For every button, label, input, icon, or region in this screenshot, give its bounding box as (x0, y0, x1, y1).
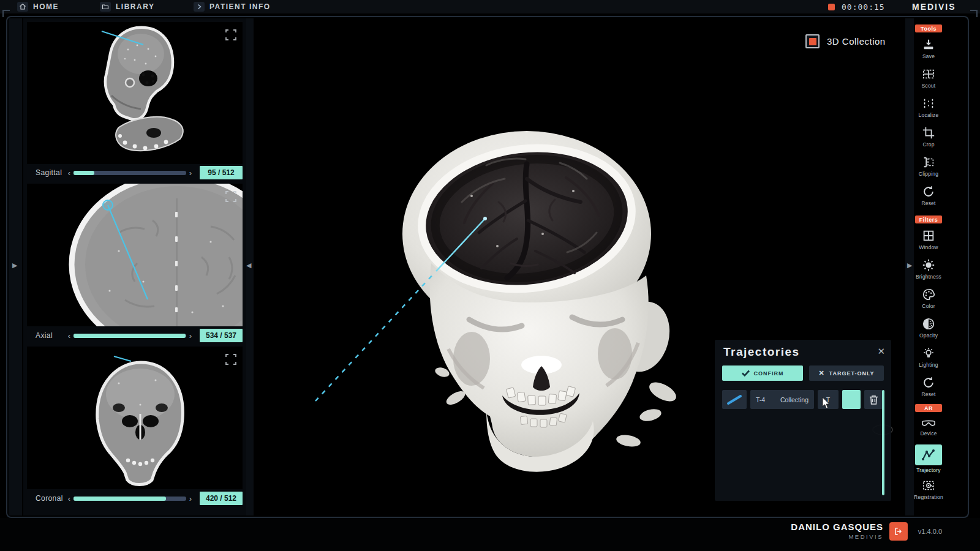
recording-indicator-icon (828, 4, 835, 10)
trash-icon (869, 395, 878, 405)
opacity-icon (922, 317, 935, 331)
sidebar-item-device[interactable]: Device (914, 418, 943, 437)
sagittal-label: Sagittal (27, 168, 65, 177)
sidebar-item-opacity[interactable]: Opacity (914, 317, 943, 339)
trajectory-swatch-button[interactable] (722, 390, 747, 409)
tools-section-header: Tools (915, 24, 942, 32)
logout-icon (894, 527, 903, 536)
collapse-left-panel-arrow-icon[interactable]: ◀ (246, 262, 251, 269)
target-only-label: TARGET-ONLY (829, 370, 875, 377)
nav-library[interactable]: LIBRARY (100, 0, 154, 13)
sidebar-item-clipping[interactable]: Clipping (914, 156, 943, 177)
scout-icon (922, 67, 935, 81)
clipping-icon (922, 156, 935, 169)
coronal-slider-fill (74, 497, 166, 501)
trajectories-title: Trajectories (723, 345, 800, 359)
coronal-slider-row: Coronal ‹ › 420 / 512 (27, 491, 243, 506)
ar-section-header: AR (915, 404, 942, 412)
nav-patient-info-label: PATIENT INFO (209, 2, 271, 11)
sagittal-slider[interactable] (74, 171, 186, 175)
trajectory-name: T-4 (756, 396, 765, 403)
coronal-slice-badge: 420 / 512 (200, 492, 243, 505)
trajectory-active-highlight (915, 444, 942, 465)
sidebar-item-filters-reset[interactable]: Reset (914, 376, 943, 397)
trajectory-icon (921, 448, 936, 462)
ar-device-icon (921, 418, 936, 429)
coronal-viewer[interactable] (27, 347, 243, 489)
crop-icon (922, 126, 935, 140)
sidebar-item-localize[interactable]: Localize (914, 97, 943, 118)
app-version: v1.4.0.0 (918, 528, 942, 535)
trajectories-panel: Trajectories ✕ CONFIRM ✕ TARGET-ONLY T-4… (715, 340, 891, 501)
coronal-slider[interactable] (74, 497, 186, 501)
trajectory-row: T-4 Collecting T (722, 390, 883, 409)
sidebar-item-scout[interactable]: Scout (914, 67, 943, 89)
sagittal-next-icon[interactable]: › (186, 169, 195, 177)
axial-slice-badge: 534 / 537 (200, 329, 243, 342)
bottom-bar: DANILO GASQUES MEDIVIS v1.4.0.0 (0, 518, 980, 551)
axial-slider-fill (74, 334, 186, 338)
sidebar-item-window[interactable]: Window (914, 229, 943, 250)
trajectory-name-cell[interactable]: T-4 Collecting (750, 390, 814, 409)
user-name: DANILO GASQUES (791, 522, 883, 532)
x-icon: ✕ (818, 369, 824, 377)
axial-prev-icon[interactable]: ‹ (65, 332, 74, 340)
tool-sidebar: Tools Save Scout Localize Crop Clipping … (914, 18, 943, 515)
sidebar-item-save[interactable]: Save (914, 38, 943, 59)
3d-collection-label: 3D Collection (827, 36, 886, 47)
coronal-prev-icon[interactable]: ‹ (65, 495, 74, 503)
reset-icon (922, 185, 935, 198)
checkbox-icon (805, 34, 820, 48)
sidebar-item-registration[interactable]: Registration (914, 479, 943, 500)
nav-home[interactable]: HOME (17, 0, 59, 13)
sagittal-prev-icon[interactable]: ‹ (65, 169, 74, 177)
localize-icon (922, 97, 935, 110)
nav-patient-info[interactable]: PATIENT INFO (194, 0, 271, 13)
sagittal-slider-fill (74, 171, 94, 175)
trajectory-color-button[interactable] (842, 390, 861, 409)
axial-label: Axial (27, 331, 65, 340)
target-only-button[interactable]: ✕ TARGET-ONLY (809, 365, 884, 381)
confirm-button[interactable]: CONFIRM (722, 365, 803, 381)
sidebar-item-tools-reset[interactable]: Reset (914, 185, 943, 206)
sidebar-item-crop[interactable]: Crop (914, 126, 943, 148)
sidebar-item-trajectory[interactable]: Trajectory (914, 444, 943, 473)
close-icon[interactable]: ✕ (877, 346, 885, 357)
axial-slider-row: Axial ‹ › 534 / 537 (27, 328, 243, 343)
window-icon (922, 229, 935, 242)
delete-trajectory-button[interactable] (864, 390, 883, 409)
sidebar-item-brightness[interactable]: Brightness (914, 258, 943, 280)
confirm-label: CONFIRM (754, 370, 784, 377)
axial-slice-image (27, 184, 243, 326)
axial-viewer[interactable] (27, 184, 243, 326)
axial-next-icon[interactable]: › (186, 332, 195, 340)
coronal-slice-image (27, 347, 243, 489)
user-block: DANILO GASQUES MEDIVIS (791, 522, 883, 540)
logout-button[interactable] (889, 522, 908, 541)
expand-right-panel-arrow-icon[interactable]: ▶ (907, 262, 912, 269)
sagittal-viewer[interactable] (27, 22, 243, 164)
lighting-icon (922, 347, 935, 360)
coronal-label: Coronal (27, 494, 65, 503)
fullscreen-icon[interactable] (225, 191, 236, 202)
home-icon (17, 2, 28, 12)
coronal-next-icon[interactable]: › (186, 495, 195, 503)
nav-library-label: LIBRARY (116, 2, 154, 11)
axial-slider[interactable] (74, 334, 186, 338)
trajectories-scrollbar[interactable] (882, 390, 884, 495)
user-org: MEDIVIS (791, 533, 883, 540)
filters-section-header: Filters (915, 216, 942, 223)
reset-icon (922, 376, 935, 389)
sidebar-item-color[interactable]: Color (914, 288, 943, 309)
3d-collection-toggle[interactable]: 3D Collection (805, 34, 886, 48)
fullscreen-icon[interactable] (225, 354, 236, 365)
expand-left-panel-arrow-icon[interactable]: ▶ (12, 262, 17, 269)
check-icon (742, 370, 750, 377)
sagittal-slider-row: Sagittal ‹ › 95 / 512 (27, 165, 243, 180)
sidebar-item-lighting[interactable]: Lighting (914, 347, 943, 368)
trajectory-status: Collecting (780, 396, 809, 403)
brightness-icon (922, 258, 935, 272)
fullscreen-icon[interactable] (225, 29, 236, 40)
frame-corner (970, 10, 978, 17)
save-icon (922, 38, 935, 51)
